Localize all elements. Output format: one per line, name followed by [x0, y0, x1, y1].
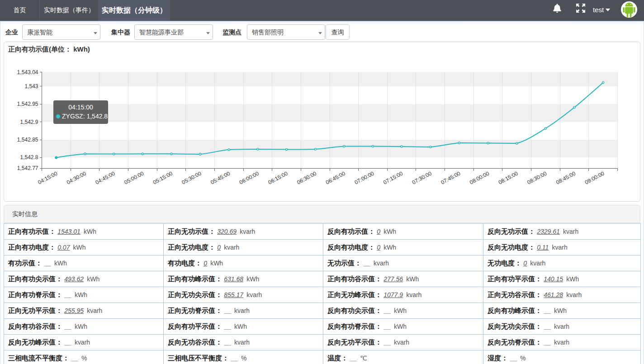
svg-text:1,542.8: 1,542.8 [20, 154, 38, 161]
svg-text:08:00:00: 08:00:00 [469, 170, 490, 185]
svg-text:06:30:00: 06:30:00 [296, 170, 317, 185]
svg-text:05:30:00: 05:30:00 [181, 170, 203, 185]
svg-text:08:30:00: 08:30:00 [526, 170, 548, 185]
svg-text:08:45:00: 08:45:00 [555, 170, 577, 185]
svg-text:06:45:00: 06:45:00 [325, 170, 346, 185]
svg-text:04:15:00: 04:15:00 [37, 170, 58, 185]
svg-text:04:30:00: 04:30:00 [66, 170, 87, 185]
svg-text:1,543: 1,543 [24, 83, 38, 90]
svg-text:07:15:00: 07:15:00 [382, 170, 404, 185]
svg-text:05:15:00: 05:15:00 [152, 170, 174, 185]
svg-text:05:00:00: 05:00:00 [123, 170, 145, 185]
svg-text:05:45:00: 05:45:00 [209, 170, 231, 185]
svg-text:07:00:00: 07:00:00 [354, 170, 375, 185]
svg-text:1,543.04: 1,543.04 [17, 69, 38, 76]
svg-text:06:15:00: 06:15:00 [267, 170, 289, 185]
svg-text:06:00:00: 06:00:00 [238, 170, 260, 185]
svg-text:1,542.77: 1,542.77 [17, 165, 38, 171]
svg-text:09:00:00: 09:00:00 [584, 170, 606, 185]
svg-text:07:30:00: 07:30:00 [411, 170, 433, 185]
svg-text:1,542.85: 1,542.85 [17, 137, 38, 143]
svg-text:1,542.9: 1,542.9 [20, 119, 38, 125]
svg-text:07:45:00: 07:45:00 [440, 170, 462, 185]
svg-text:1,542.95: 1,542.95 [17, 101, 38, 107]
svg-text:08:15:00: 08:15:00 [497, 170, 519, 185]
svg-text:04:45:00: 04:45:00 [95, 170, 116, 185]
